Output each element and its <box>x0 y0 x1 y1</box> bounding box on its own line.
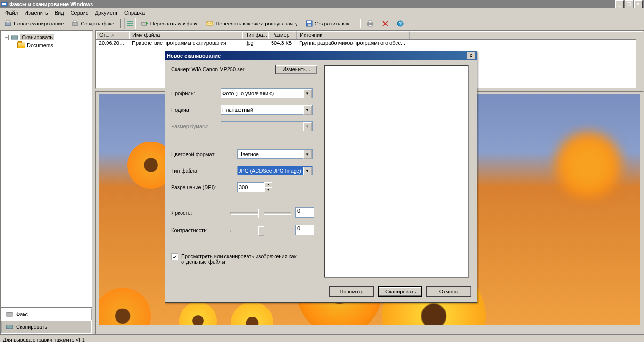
print-button[interactable] <box>364 19 376 28</box>
statusbar: Для вывода справки нажмите <F1 <box>0 334 644 342</box>
scan-view-button[interactable]: Сканировать <box>1 321 92 333</box>
dialog-form: Сканер: WIA Canon MP250 ser Изменить... … <box>171 65 317 278</box>
sidebar: − Сканировать Documents Факс Сканировать <box>0 30 93 334</box>
dropdown-arrow-icon: ▼ <box>303 167 312 175</box>
contrast-slider[interactable] <box>230 225 291 235</box>
svg-rect-22 <box>6 325 13 329</box>
svg-rect-1 <box>2 3 6 4</box>
preview-button[interactable]: Просмотр <box>329 286 374 297</box>
view-mode-button[interactable] <box>124 18 136 29</box>
dropdown-arrow-icon: ▼ <box>303 89 312 98</box>
dropdown-arrow-icon: ▼ <box>303 106 312 115</box>
svg-rect-3 <box>5 23 11 26</box>
brightness-value[interactable]: 0 <box>295 207 314 218</box>
email-icon <box>206 20 214 27</box>
tree-scan-node[interactable]: − Сканировать <box>3 33 91 42</box>
scan-button[interactable]: Сканировать <box>378 286 422 297</box>
tree-scan-label: Сканировать <box>20 34 54 40</box>
spin-down-button[interactable]: ▼ <box>264 187 272 192</box>
svg-rect-6 <box>74 21 76 22</box>
list-scrollbar[interactable] <box>636 39 643 88</box>
col-filetype[interactable]: Тип фа... <box>242 31 268 39</box>
cell-filename: Приветствие программы сканирования <box>129 40 242 46</box>
svg-rect-13 <box>307 21 311 23</box>
spin-up-button[interactable]: ▲ <box>264 182 272 187</box>
delete-button[interactable] <box>379 19 391 28</box>
toolbar-separator <box>120 19 121 28</box>
filetype-label: Тип файла: <box>171 168 237 174</box>
dialog-titlebar[interactable]: Новое сканирование ✕ <box>165 51 477 60</box>
brightness-slider[interactable] <box>230 208 291 217</box>
svg-rect-17 <box>369 25 372 26</box>
menu-edit[interactable]: Изменить <box>21 9 51 17</box>
close-button[interactable]: ✕ <box>634 0 643 8</box>
svg-text:?: ? <box>399 21 402 26</box>
folder-tree: − Сканировать Documents <box>1 31 92 307</box>
scanner-info: Сканер: WIA Canon MP250 ser <box>171 67 275 72</box>
new-scan-button[interactable]: Новое сканирование <box>2 19 66 28</box>
separate-files-label: Просмотреть или сканировать изображения … <box>181 253 317 265</box>
forward-fax-label: Переслать как факс <box>150 21 199 26</box>
list-row[interactable]: 20.06.201... Приветствие программы скани… <box>96 40 643 46</box>
svg-rect-2 <box>2 4 6 5</box>
contrast-value[interactable]: 0 <box>295 225 314 235</box>
menu-view[interactable]: Вид <box>51 9 67 17</box>
dropdown-arrow-icon: ▼ <box>303 150 312 159</box>
dialog-preview-area <box>324 65 469 278</box>
separate-files-checkbox[interactable]: ✔ <box>171 253 178 260</box>
feed-label: Подача: <box>171 107 221 113</box>
color-select[interactable]: Цветное▼ <box>237 149 313 159</box>
menu-help[interactable]: Справка <box>121 9 148 17</box>
col-filename[interactable]: Имя файла <box>129 31 242 39</box>
col-sent[interactable]: От... △ <box>96 31 129 39</box>
collapse-icon[interactable]: − <box>4 35 9 40</box>
slider-thumb[interactable] <box>258 226 264 236</box>
delete-icon <box>381 20 389 27</box>
new-fax-button[interactable]: Создать факс <box>69 19 116 28</box>
col-source[interactable]: Источник <box>297 31 410 39</box>
folder-icon <box>17 42 25 48</box>
svg-rect-21 <box>7 312 12 316</box>
svg-rect-4 <box>6 21 10 23</box>
profile-select[interactable]: Фото (По умолчанию)▼ <box>221 88 313 98</box>
menu-document[interactable]: Документ <box>91 9 121 17</box>
svg-rect-14 <box>308 24 311 26</box>
scanner-icon <box>4 20 12 27</box>
view-switcher: Факс Сканировать <box>1 307 92 334</box>
sort-asc-icon: △ <box>111 33 114 38</box>
save-as-button[interactable]: Сохранить как... <box>303 19 356 28</box>
menu-file[interactable]: Файл <box>2 9 21 17</box>
feed-select[interactable]: Планшетный▼ <box>221 105 313 115</box>
cell-sent: 20.06.201... <box>96 40 129 46</box>
app-title: Факсы и сканирование Windows <box>9 1 615 7</box>
filetype-select[interactable]: JPG (ACDSee JPG Image)▼ <box>237 166 313 175</box>
forward-fax-button[interactable]: Переслать как факс <box>139 19 201 28</box>
dropdown-arrow-icon: ▼ <box>303 122 312 131</box>
dpi-spinner[interactable]: ▲ ▼ <box>237 182 272 192</box>
cancel-button[interactable]: Отмена <box>426 286 471 297</box>
col-spacer[interactable] <box>410 31 643 39</box>
maximize-button[interactable]: ❐ <box>625 0 633 8</box>
slider-thumb[interactable] <box>258 209 264 218</box>
forward-email-button[interactable]: Переслать как электронную почту <box>204 19 300 28</box>
change-scanner-button[interactable]: Изменить... <box>275 65 317 74</box>
save-icon <box>305 20 313 27</box>
fax-view-icon <box>6 310 13 318</box>
list-header: От... △ Имя файла Тип фа... Размер Источ… <box>96 31 643 40</box>
fax-view-button[interactable]: Факс <box>1 308 92 320</box>
fax-view-label: Факс <box>16 311 28 317</box>
dialog-close-button[interactable]: ✕ <box>467 52 475 59</box>
color-label: Цветовой формат: <box>171 151 237 157</box>
forward-email-label: Переслать как электронную почту <box>215 21 297 26</box>
app-titlebar: Факсы и сканирование Windows _ ❐ ✕ <box>0 0 644 8</box>
help-button[interactable]: ? <box>394 19 406 28</box>
toolbar-separator-2 <box>360 19 360 28</box>
dpi-label: Разрешение (DPI): <box>171 184 237 190</box>
dpi-input[interactable] <box>237 182 264 192</box>
toolbar: Новое сканирование Создать факс Переслат… <box>0 17 644 30</box>
paper-select: ▼ <box>221 121 313 131</box>
col-size[interactable]: Размер <box>268 31 297 39</box>
tree-documents-node[interactable]: Documents <box>17 42 91 49</box>
menu-tools[interactable]: Сервис <box>67 9 92 17</box>
minimize-button[interactable]: _ <box>615 0 624 8</box>
